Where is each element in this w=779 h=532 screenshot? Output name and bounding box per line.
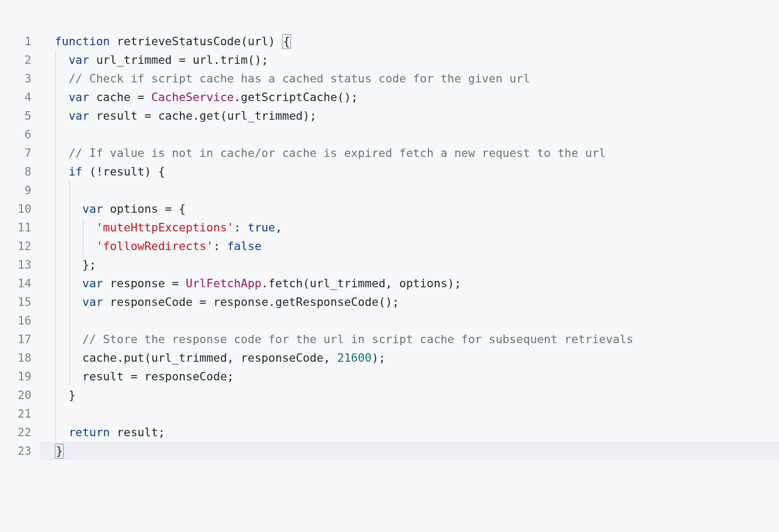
code-line[interactable]: var responseCode = response.getResponseC…: [55, 293, 774, 311]
code-line[interactable]: var options = {: [55, 200, 774, 218]
code-text: if (!result) {: [55, 165, 165, 178]
code-area[interactable]: function retrieveStatusCode(url) { var u…: [40, 5, 774, 460]
code-line[interactable]: cache.put(url_trimmed, responseCode, 216…: [55, 348, 774, 367]
line-number: 5: [12, 106, 31, 125]
code-text: // If value is not in cache/or cache is …: [55, 146, 606, 160]
code-line[interactable]: }: [55, 386, 774, 404]
code-text: var responseCode = response.getResponseC…: [55, 295, 399, 309]
code-text: }: [55, 444, 64, 458]
code-line[interactable]: var result = cache.get(url_trimmed);: [55, 106, 774, 125]
code-text: 'muteHttpExceptions': true,: [55, 221, 282, 234]
line-number: 4: [12, 88, 31, 106]
code-line[interactable]: }: [40, 442, 779, 460]
line-number: 3: [12, 69, 31, 88]
code-line[interactable]: var cache = CacheService.getScriptCache(…: [55, 88, 774, 106]
code-text: 'followRedirects': false: [55, 239, 261, 253]
code-line[interactable]: return result;: [55, 423, 774, 442]
line-number: 19: [12, 367, 31, 386]
line-number: 11: [12, 218, 31, 237]
code-text: cache.put(url_trimmed, responseCode, 216…: [55, 351, 385, 364]
code-text: result = responseCode;: [55, 370, 234, 383]
line-number: 23: [12, 442, 31, 460]
line-number: 16: [12, 311, 31, 330]
line-number: 7: [12, 144, 31, 162]
code-line[interactable]: // If value is not in cache/or cache is …: [55, 144, 774, 162]
code-text: var options = {: [55, 202, 186, 215]
line-number: 6: [12, 125, 31, 144]
code-text: var response = UrlFetchApp.fetch(url_tri…: [55, 277, 461, 290]
code-line[interactable]: result = responseCode;: [55, 367, 774, 386]
code-text: var url_trimmed = url.trim();: [55, 53, 268, 66]
code-line[interactable]: };: [55, 255, 774, 274]
code-text: };: [55, 258, 96, 271]
code-line[interactable]: 'muteHttpExceptions': true,: [55, 218, 774, 237]
code-text: var result = cache.get(url_trimmed);: [55, 109, 317, 122]
line-number: 1: [12, 32, 31, 51]
code-text: function retrieveStatusCode(url) {: [55, 35, 291, 48]
code-text: return result;: [55, 426, 165, 439]
code-line[interactable]: function retrieveStatusCode(url) {: [55, 32, 774, 51]
code-line[interactable]: [55, 181, 774, 200]
code-text: }: [55, 388, 76, 402]
code-text: // Check if script cache has a cached st…: [55, 72, 530, 85]
line-number: 8: [12, 162, 31, 181]
code-line[interactable]: var response = UrlFetchApp.fetch(url_tri…: [55, 274, 774, 293]
line-number: 14: [12, 274, 31, 293]
line-number: 22: [12, 423, 31, 442]
code-text: // Store the response code for the url i…: [55, 332, 633, 346]
code-line[interactable]: // Store the response code for the url i…: [55, 330, 774, 348]
line-number: 21: [12, 404, 31, 423]
code-line[interactable]: var url_trimmed = url.trim();: [55, 51, 774, 69]
line-number: 13: [12, 255, 31, 274]
line-number: 18: [12, 348, 31, 367]
line-number: 15: [12, 293, 31, 311]
line-number-gutter: 1234567891011121314151617181920212223: [5, 5, 40, 460]
line-number: 20: [12, 386, 31, 404]
code-editor[interactable]: 1234567891011121314151617181920212223 fu…: [5, 5, 774, 460]
line-number: 2: [12, 51, 31, 69]
line-number: 10: [12, 200, 31, 218]
code-line[interactable]: [55, 311, 774, 330]
code-line[interactable]: if (!result) {: [55, 162, 774, 181]
line-number: 17: [12, 330, 31, 348]
code-line[interactable]: // Check if script cache has a cached st…: [55, 69, 774, 88]
code-line[interactable]: [55, 125, 774, 144]
code-line[interactable]: [55, 404, 774, 423]
line-number: 9: [12, 181, 31, 200]
code-text: var cache = CacheService.getScriptCache(…: [55, 90, 358, 104]
line-number: 12: [12, 237, 31, 255]
code-line[interactable]: 'followRedirects': false: [55, 237, 774, 255]
